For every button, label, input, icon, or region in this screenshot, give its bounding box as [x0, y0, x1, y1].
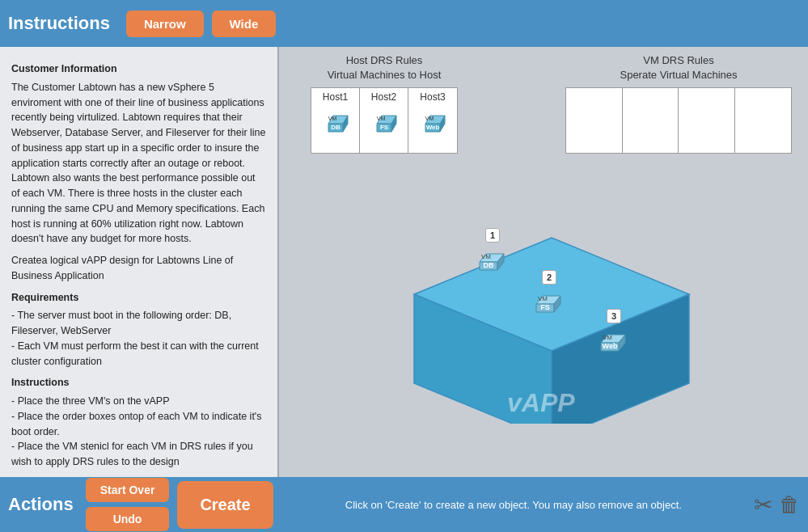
svg-text:DB: DB: [331, 124, 341, 131]
create-title: Createa logical vAPP design for Labtowns…: [11, 253, 266, 284]
vm-web-stencil[interactable]: 3 Web VM: [596, 309, 632, 356]
drs-host3-cell: Host3 Web VM: [408, 88, 457, 153]
svg-text:FS: FS: [379, 124, 388, 131]
drs-host2-label: Host2: [371, 91, 396, 103]
create-button[interactable]: Create: [177, 481, 273, 529]
trash-icon[interactable]: 🗑: [779, 492, 800, 517]
scissors-icon[interactable]: ✂: [754, 492, 772, 518]
customer-info-title: Customer Information: [11, 61, 266, 77]
svg-text:Web: Web: [426, 124, 440, 131]
tool-icons: ✂ 🗑: [754, 492, 800, 518]
vm-db-order: 1: [485, 228, 500, 243]
host2-vm-icon: FS VM: [369, 108, 400, 135]
vm-fs-icon: FS VM: [531, 286, 567, 317]
vm-db-stencil[interactable]: 1 DB VM: [475, 228, 510, 275]
drs-spacer: [473, 53, 565, 152]
start-over-button[interactable]: Start Over: [86, 478, 170, 502]
host1-vm-icon: DB VM: [320, 108, 351, 135]
undo-button[interactable]: Undo: [86, 507, 170, 531]
status-text: Click on 'Create' to create a new object…: [281, 499, 746, 511]
host-drs-title: Host DRS RulesVirtual Machines to Host: [328, 53, 442, 82]
vm-web-order: 3: [607, 309, 621, 323]
canvas-area: vAPP 1 DB VM 2: [279, 152, 808, 477]
instructions-sub-title: Instructions: [11, 375, 266, 391]
vm-fs-stencil[interactable]: 2 FS VM: [531, 270, 567, 317]
drs-host3-label: Host3: [420, 91, 445, 103]
customer-info-body: The Customer Labtown has a new vSphere 5…: [11, 80, 266, 247]
svg-text:vAPP: vAPP: [507, 388, 575, 417]
host3-vm-icon: Web VM: [417, 108, 448, 135]
top-bar: Instructions Narrow Wide: [0, 0, 808, 47]
svg-text:VM: VM: [376, 116, 385, 121]
right-panel: Host DRS RulesVirtual Machines to Host H…: [279, 47, 808, 477]
drs-area: Host DRS RulesVirtual Machines to Host H…: [279, 47, 808, 152]
svg-text:FS: FS: [540, 303, 550, 311]
instructions-body: Customer Information The Customer Labtow…: [0, 47, 277, 477]
instructions-list: - Place the three VM's on the vAPP - Pla…: [11, 394, 266, 470]
vm-drs-cell-3: [679, 88, 735, 153]
left-panel: Customer Information The Customer Labtow…: [0, 47, 279, 477]
page-title: Instructions: [8, 13, 110, 34]
svg-text:VM: VM: [328, 116, 336, 121]
actions-title: Actions: [8, 494, 74, 515]
vm-fs-order: 2: [542, 270, 556, 285]
requirements-body: - The server must boot in the following …: [11, 308, 266, 369]
bottom-bar: Actions Start Over Undo Create Click on …: [0, 477, 808, 532]
drs-host2-cell: Host2 FS VM: [360, 88, 408, 153]
vm-drs-title: VM DRS RulesSperate Virtual Machines: [565, 53, 792, 82]
wide-button[interactable]: Wide: [212, 11, 277, 37]
main-content: Customer Information The Customer Labtow…: [0, 47, 808, 477]
vm-drs-cell-2: [623, 88, 679, 153]
svg-text:Web: Web: [603, 342, 618, 350]
svg-text:VM: VM: [538, 295, 548, 302]
action-buttons: Start Over Undo: [86, 478, 170, 531]
drs-host1-cell: Host1 DB VM: [311, 88, 360, 153]
vapp-container: vAPP 1 DB VM 2: [390, 213, 697, 416]
host-drs-grid: Host1 DB VM Host2: [311, 87, 458, 154]
svg-text:DB: DB: [484, 261, 494, 269]
vm-drs-section: VM DRS RulesSperate Virtual Machines: [565, 53, 792, 152]
svg-text:VM: VM: [481, 253, 491, 260]
vm-drs-cell-4: [735, 88, 792, 153]
drs-host1-label: Host1: [323, 91, 348, 103]
vm-web-icon: Web VM: [596, 325, 632, 356]
svg-text:VM: VM: [425, 116, 434, 121]
narrow-button[interactable]: Narrow: [126, 11, 204, 37]
svg-text:VM: VM: [603, 334, 612, 341]
vm-db-icon: DB VM: [475, 244, 510, 275]
vapp-svg: vAPP: [390, 213, 713, 424]
host-drs-section: Host DRS RulesVirtual Machines to Host H…: [295, 53, 473, 152]
vm-drs-grid: [565, 87, 792, 154]
vm-drs-cell-1: [566, 88, 623, 153]
requirements-title: Requirements: [11, 290, 266, 306]
